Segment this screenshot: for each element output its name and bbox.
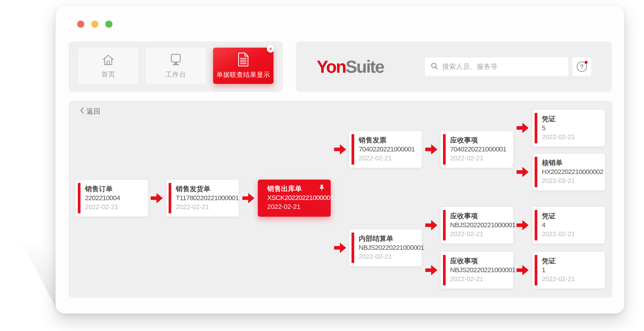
card-date: 2022-02-21 bbox=[542, 230, 602, 238]
card-date: 2022-02-21 bbox=[85, 202, 145, 211]
card-title: 凭证 bbox=[542, 256, 602, 266]
arrow-right-icon bbox=[516, 123, 528, 133]
card-accent-bar bbox=[78, 183, 80, 213]
doc-card-sales-order[interactable]: 销售订单 2202210004 2022-02-21 bbox=[75, 180, 148, 217]
tab-label: 首页 bbox=[101, 70, 115, 79]
card-number: 5 bbox=[542, 124, 602, 132]
tab-bar: 首页 工作台 bbox=[69, 42, 283, 92]
arrow-right-icon bbox=[425, 144, 438, 154]
card-date: 2022-02-21 bbox=[450, 154, 510, 162]
card-accent-bar bbox=[443, 210, 446, 240]
card-date: 2022-02-21 bbox=[542, 176, 602, 185]
card-number: 4 bbox=[542, 220, 602, 230]
card-number: T11780220221000001 bbox=[176, 194, 236, 202]
doc-card-internal-settlement[interactable]: 内部结算单 NBJS20220221000001 2022-02-21 bbox=[349, 229, 422, 266]
card-date: 2022-02-21 bbox=[542, 274, 602, 283]
doc-card-sales-invoice[interactable]: 销售发票 7040220221000001 2022-02-21 bbox=[349, 131, 422, 168]
card-number: NBJS20220221000001 bbox=[450, 266, 510, 274]
chevron-left-icon bbox=[80, 107, 84, 116]
close-window-button[interactable] bbox=[77, 20, 84, 28]
card-date: 2022-02-21 bbox=[267, 202, 328, 211]
trace-result-canvas: 返回 销售订单 2202210004 2022-02-21 销售发货单 T117… bbox=[69, 101, 612, 298]
card-accent-bar bbox=[535, 157, 537, 187]
zoom-window-button[interactable] bbox=[105, 20, 112, 28]
card-number: NBJS20220221000001 bbox=[359, 243, 418, 252]
card-number: 7040220221000001 bbox=[359, 145, 418, 154]
monitor-icon bbox=[168, 52, 183, 66]
card-title: 销售发票 bbox=[359, 136, 418, 145]
card-title: 销售订单 bbox=[85, 184, 145, 194]
yonsuite-logo: YonSuite bbox=[317, 52, 384, 81]
card-date: 2022-02-21 bbox=[450, 274, 510, 283]
logo-yon: Yon bbox=[317, 56, 346, 77]
app-window: 首页 工作台 bbox=[56, 5, 624, 314]
card-number: HX202202210000002 bbox=[542, 167, 602, 176]
help-icon: ? bbox=[577, 62, 587, 72]
arrow-right-icon bbox=[425, 265, 438, 275]
card-number: 7040220221000001 bbox=[450, 145, 510, 154]
logo-suite: Suite bbox=[346, 56, 384, 77]
card-title: 应收事项 bbox=[450, 256, 510, 266]
back-button[interactable]: 返回 bbox=[80, 107, 100, 116]
doc-card-receivable-7040[interactable]: 应收事项 7040220221000001 2022-02-21 bbox=[440, 131, 514, 168]
arrow-right-icon bbox=[151, 193, 163, 203]
card-date: 2022-02-21 bbox=[542, 132, 602, 141]
card-title: 内部结算单 bbox=[359, 234, 418, 243]
card-title: 销售发货单 bbox=[176, 184, 236, 194]
card-date: 2022-02-21 bbox=[176, 202, 236, 211]
card-accent-bar bbox=[535, 210, 537, 240]
doc-card-voucher-5[interactable]: 凭证 5 2022-02-21 bbox=[532, 110, 605, 147]
help-button[interactable]: ? bbox=[572, 58, 591, 76]
arrow-right-icon bbox=[242, 193, 254, 203]
doc-card-sales-outbound-selected[interactable]: 销售出库单 XSCK20220221000001 2022-02-21 bbox=[258, 180, 331, 217]
doc-card-sales-delivery[interactable]: 销售发货单 T11780220221000001 2022-02-21 bbox=[166, 180, 239, 217]
doc-card-receivable-nbjs-2[interactable]: 应收事项 NBJS20220221000001 2022-02-21 bbox=[440, 252, 514, 289]
arrow-right-icon bbox=[425, 220, 438, 230]
doc-card-voucher-1[interactable]: 凭证 1 2022-02-21 bbox=[532, 252, 605, 289]
card-accent-bar bbox=[352, 232, 354, 263]
doc-card-voucher-4[interactable]: 凭证 4 2022-02-21 bbox=[532, 207, 605, 244]
card-accent-bar bbox=[168, 183, 171, 213]
card-number: 1 bbox=[542, 266, 602, 274]
card-title: 销售出库单 bbox=[267, 184, 328, 193]
card-accent-bar bbox=[535, 255, 537, 286]
arrow-right-icon bbox=[334, 144, 346, 154]
doc-card-writeoff[interactable]: 核销单 HX202202210000002 2022-02-21 bbox=[532, 154, 605, 190]
screenshot-stage: 首页 工作台 bbox=[0, 0, 644, 331]
header: YonSuite 搜索人员、服务等 ? bbox=[296, 42, 612, 92]
card-title: 凭证 bbox=[542, 114, 602, 124]
card-accent-bar bbox=[352, 134, 354, 164]
tab-label: 单据联查结果显示 bbox=[216, 70, 270, 80]
back-label: 返回 bbox=[86, 107, 100, 116]
help-glyph: ? bbox=[580, 63, 584, 70]
card-accent-bar bbox=[443, 134, 446, 164]
card-number: 2202210004 bbox=[85, 194, 145, 202]
card-title: 应收事项 bbox=[450, 212, 510, 220]
arrow-right-icon bbox=[334, 243, 346, 253]
close-icon: × bbox=[269, 46, 272, 51]
card-title: 核销单 bbox=[542, 158, 602, 167]
tab-home[interactable]: 首页 bbox=[78, 48, 138, 84]
search-icon bbox=[430, 62, 438, 71]
card-accent-bar bbox=[535, 113, 537, 143]
minimize-window-button[interactable] bbox=[91, 20, 98, 28]
tab-document-trace-active[interactable]: 单据联查结果显示 × bbox=[213, 48, 274, 84]
tab-label: 工作台 bbox=[166, 70, 186, 79]
tab-workbench[interactable]: 工作台 bbox=[146, 48, 206, 84]
arrow-right-icon bbox=[516, 220, 528, 230]
card-title: 应收事项 bbox=[450, 136, 510, 145]
card-number: XSCK20220221000001 bbox=[267, 193, 328, 202]
card-date: 2022-02-21 bbox=[359, 252, 418, 261]
global-search-input[interactable]: 搜索人员、服务等 bbox=[425, 58, 568, 76]
page-peel-decoration bbox=[14, 226, 58, 313]
window-controls bbox=[77, 20, 112, 28]
arrow-right-icon bbox=[516, 265, 528, 275]
card-date: 2022-02-21 bbox=[359, 154, 418, 162]
arrow-right-icon bbox=[516, 167, 528, 177]
card-number: NBJS20220221000001 bbox=[450, 220, 510, 230]
card-accent-bar bbox=[443, 255, 446, 286]
close-tab-button[interactable]: × bbox=[267, 45, 274, 52]
doc-card-receivable-nbjs-1[interactable]: 应收事项 NBJS20220221000001 2022-02-21 bbox=[440, 207, 514, 244]
search-placeholder: 搜索人员、服务等 bbox=[442, 62, 498, 71]
card-title: 凭证 bbox=[542, 212, 602, 220]
